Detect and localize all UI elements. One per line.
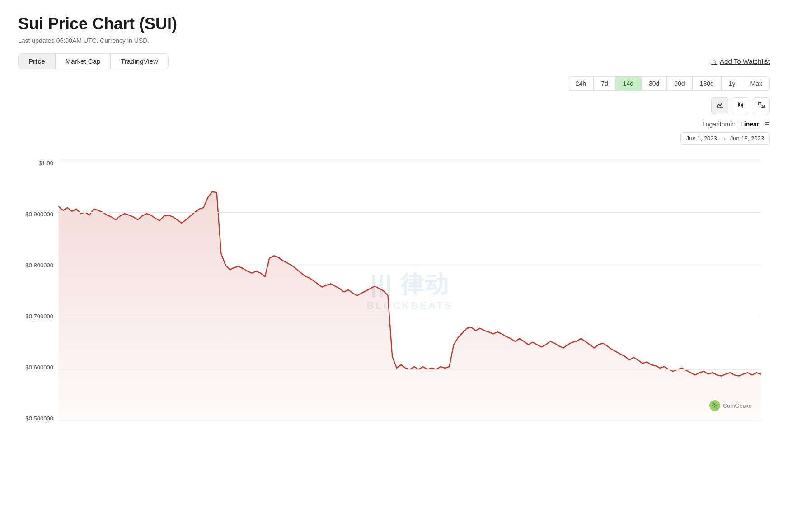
page-title: Sui Price Chart (SUI) [18,14,770,33]
arrow-icon: → [721,135,727,142]
time-max[interactable]: Max [743,76,770,91]
add-to-watchlist-button[interactable]: ☆ Add To Watchlist [711,57,770,65]
time-period-group: 24h 7d 14d 30d 90d 180d 1y Max [568,76,770,91]
y-axis: $1.00 $0.900000 $0.800000 $0.700000 $0.6… [18,160,59,431]
candlestick-tool-button[interactable] [732,97,749,114]
scale-group: Logarithmic Linear ≡ [702,120,770,129]
date-end[interactable]: Jun 15, 2023 [730,135,764,142]
y-label-1: $1.00 [18,160,59,167]
coingecko-label: CoinGecko [723,402,752,409]
time-90d[interactable]: 90d [666,76,692,91]
tab-market-cap[interactable]: Market Cap [56,54,111,69]
chart-type-tab-group: Price Market Cap TradingView [18,53,169,69]
time-30d[interactable]: 30d [641,76,666,91]
star-icon: ☆ [711,57,717,65]
linear-label[interactable]: Linear [740,121,759,128]
y-label-2: $0.900000 [18,211,59,218]
date-start[interactable]: Jun 1, 2023 [686,135,717,142]
time-14d[interactable]: 14d [615,76,641,91]
svg-rect-1 [738,103,740,106]
tab-price[interactable]: Price [19,54,56,69]
subtitle: Last updated 06:00AM UTC. Currency in US… [18,37,770,44]
time-24h[interactable]: 24h [568,76,593,91]
date-range: Jun 1, 2023 → Jun 15, 2023 [680,132,770,145]
coingecko-badge: 🦎 CoinGecko [709,400,752,411]
time-7d[interactable]: 7d [593,76,615,91]
chart-tools-group [711,97,770,114]
y-label-3: $0.800000 [18,262,59,269]
y-label-5: $0.600000 [18,364,59,371]
candlestick-icon [736,101,745,111]
y-label-4: $0.700000 [18,313,59,320]
coingecko-logo: 🦎 [709,400,720,411]
menu-icon[interactable]: ≡ [765,120,770,129]
y-label-6: $0.500000 [18,415,59,422]
grid-lines [59,160,761,422]
chart-area[interactable]: ||| 律动 BLOCKBEATS 🦎 CoinGecko [59,160,761,422]
line-chart-icon [716,101,724,111]
chart-container: $1.00 $0.900000 $0.800000 $0.700000 $0.6… [18,160,770,431]
watchlist-label: Add To Watchlist [720,57,770,65]
svg-rect-4 [741,104,743,106]
time-180d[interactable]: 180d [692,76,721,91]
expand-icon [757,101,765,111]
time-1y[interactable]: 1y [721,76,743,91]
tab-tradingview[interactable]: TradingView [111,54,168,69]
expand-tool-button[interactable] [753,97,770,114]
logarithmic-label[interactable]: Logarithmic [702,121,735,128]
line-chart-tool-button[interactable] [711,97,728,114]
